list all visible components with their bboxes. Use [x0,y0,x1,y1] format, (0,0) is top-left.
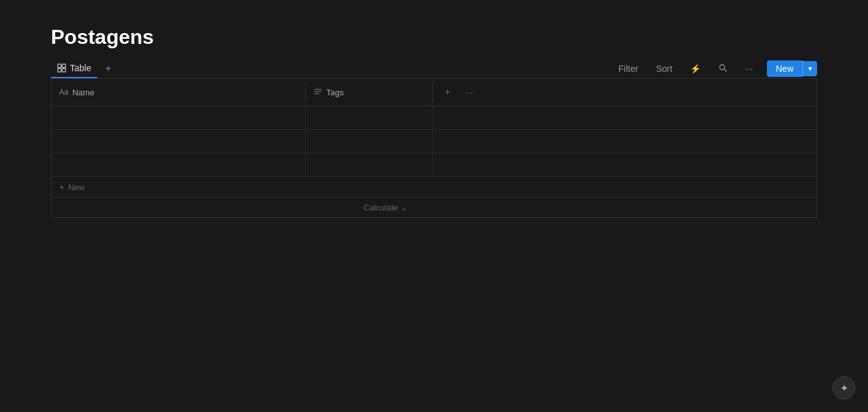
calculate-arrow-icon: ⌄ [401,203,408,212]
cell-extra-2 [433,130,816,153]
name-type-icon: Aa [59,88,69,97]
calculate-label: Calculate [364,203,398,212]
toolbar: Table + Filter Sort ⚡ [51,59,817,78]
add-row-button[interactable]: + New [52,177,816,198]
table-row[interactable] [52,130,816,153]
column-header-tags[interactable]: Tags [306,82,433,103]
toolbar-right: Filter Sort ⚡ ··· [615,60,818,77]
cell-name-2[interactable] [52,130,306,153]
cell-tags-2[interactable] [306,130,433,153]
svg-rect-1 [62,64,65,67]
add-tab-button[interactable]: + [100,60,116,77]
more-options-button[interactable]: ··· [741,61,757,76]
new-button-container: New ▾ [767,60,817,77]
toolbar-left: Table + [51,59,116,78]
cell-tags-1[interactable] [306,106,433,129]
svg-line-5 [724,69,727,71]
cell-name-3[interactable] [52,153,306,176]
add-column-button[interactable]: + [441,84,454,100]
column-actions: + ··· [433,79,485,106]
calculate-button[interactable]: Calculate ⌄ [364,203,408,212]
ai-assistant-button[interactable]: ✦ [832,376,855,399]
lightning-icon: ⚡ [690,64,701,74]
cell-extra-3 [433,153,816,176]
table-row[interactable] [52,106,816,130]
column-more-button[interactable]: ··· [462,85,477,100]
cell-name-1[interactable] [52,106,306,129]
new-button-dropdown[interactable]: ▾ [803,61,817,76]
add-row-icon: + [59,182,64,192]
automation-button[interactable]: ⚡ [686,61,705,76]
tags-type-icon [313,87,322,98]
filter-button[interactable]: Filter [615,61,642,76]
page-title: Postagens [51,25,817,49]
name-column-label: Name [72,88,95,97]
table-container: Aa Name Tags + ··· [51,79,817,218]
add-row-label: New [68,182,85,192]
tab-table[interactable]: Table [51,59,97,78]
svg-rect-2 [58,69,61,72]
ai-icon: ✦ [840,382,848,394]
column-header-name[interactable]: Aa Name [52,83,306,102]
table-header: Aa Name Tags + ··· [52,79,816,106]
search-button[interactable] [715,61,731,77]
search-icon [719,64,727,74]
svg-rect-3 [62,69,65,72]
new-button[interactable]: New [767,60,803,77]
cell-tags-3[interactable] [306,153,433,176]
tags-column-label: Tags [326,88,343,97]
table-row[interactable] [52,153,816,177]
table-icon [57,64,66,72]
calculate-row: Calculate ⌄ [52,198,433,217]
svg-rect-0 [58,64,61,67]
sort-button[interactable]: Sort [652,61,677,76]
cell-extra-1 [433,106,816,129]
more-icon: ··· [745,64,753,74]
tab-table-label: Table [70,63,91,73]
